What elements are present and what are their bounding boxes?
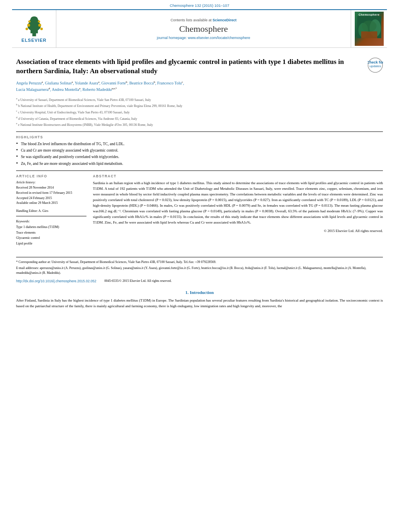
journal-cover-image: Chemosphere [355, 12, 384, 46]
introduction-section: 1. Introduction After Finland, Sardinia … [0, 290, 399, 309]
divider-2 [16, 170, 383, 171]
doi-link[interactable]: http://dx.doi.org/10.1016/j.chemosphere.… [16, 279, 96, 284]
journal-cover-area: Chemosphere [351, 10, 387, 47]
keywords-label: Keywords: [16, 220, 86, 223]
elsevier-logo-area: ELSEVIER [12, 10, 56, 47]
svg-text:Check for: Check for [368, 60, 383, 64]
svg-point-4 [30, 16, 37, 23]
sciencedirect-link[interactable]: ScienceDirect [213, 18, 237, 22]
svg-point-10 [38, 21, 40, 23]
journal-header-center: Contents lists available at ScienceDirec… [56, 10, 351, 47]
page: Chemosphere 132 (2015) 101–107 [0, 0, 399, 532]
abstract-heading: ABSTRACT [93, 174, 383, 178]
svg-rect-14 [361, 31, 377, 38]
highlights-heading: HIGHLIGHTS [16, 135, 383, 139]
keyword-item: Trace elements [16, 230, 86, 236]
journal-homepage: journal homepage: www.elsevier.com/locat… [157, 36, 250, 40]
svg-text:updates: updates [370, 64, 381, 68]
date-received: Received 28 November 2014 [16, 185, 86, 191]
issn-text: 0045-6535/© 2015 Elsevier Ltd. All right… [104, 279, 171, 284]
footer-links: http://dx.doi.org/10.1016/j.chemosphere.… [16, 279, 383, 284]
date-available: Available online 29 March 2015 [16, 201, 86, 206]
footer-note: * Corresponding author at: University of… [16, 257, 383, 284]
article-info-col: ARTICLE INFO Article history: Received 2… [16, 174, 86, 246]
email-addresses: E-mail addresses: aperuzzu@uniss.it (A. … [16, 266, 383, 275]
abstract-copyright: © 2015 Elsevier Ltd. All rights reserved… [93, 229, 383, 233]
highlight-item: Zn, Fe, and Se are more strongly associa… [16, 161, 383, 166]
keywords-section: Keywords: Type 1 diabetes mellitus (T1DM… [16, 220, 86, 246]
crossmark-badge[interactable]: Check for updates [368, 58, 383, 74]
divider-keywords [16, 216, 86, 216]
cover-journal-title: Chemosphere [358, 13, 379, 16]
elsevier-tree-icon [20, 15, 48, 37]
intro-heading: 1. Introduction [16, 290, 383, 295]
corresponding-note: * Corresponding author at: University of… [16, 260, 383, 265]
highlight-item: Cu and Cr are more strongly associated w… [16, 148, 383, 153]
top-citation: Chemosphere 132 (2015) 101–107 [0, 0, 399, 9]
info-abstract-section: ARTICLE INFO Article history: Received 2… [16, 174, 383, 246]
date-revised: Received in revised form 17 February 201… [16, 191, 86, 196]
history-label: Article history: [16, 181, 86, 184]
intro-text: After Finland, Sardinia in Italy has the… [16, 298, 383, 309]
highlights-list: The blood Zn level influences the distri… [16, 142, 383, 166]
svg-point-6 [38, 24, 41, 27]
elsevier-logo: ELSEVIER [20, 15, 48, 43]
title-area: Association of trace elements with lipid… [16, 58, 383, 76]
divider-1 [16, 131, 383, 132]
sciencedirect-line: Contents lists available at ScienceDirec… [171, 18, 237, 22]
keyword-item: Type 1 diabetes mellitus (T1DM) [16, 224, 86, 230]
handling-editor: Handling Editor: A. Gies [16, 209, 86, 213]
abstract-text: Sardinia is an Italian region with a hig… [93, 181, 383, 226]
svg-point-5 [27, 24, 30, 27]
abstract-col: ABSTRACT Sardinia is an Italian region w… [93, 174, 383, 246]
affiliations: a a University of Sassari, Department of… [16, 97, 383, 127]
crossmark-icon: Check for updates [368, 58, 383, 73]
authors-line: Angela Peruzzua, Giuliana Solinasa, Yola… [16, 80, 383, 93]
date-accepted: Accepted 24 February 2015 [16, 196, 86, 201]
keyword-item: Lipid profile [16, 241, 86, 246]
keyword-item: Glycaemic control [16, 235, 86, 241]
article-info-heading: ARTICLE INFO [16, 174, 86, 178]
svg-point-9 [28, 21, 31, 23]
cover-image-icon [357, 16, 381, 38]
journal-header: ELSEVIER Contents lists available at Sci… [12, 9, 387, 48]
highlight-item: Se was significantly and positively corr… [16, 154, 383, 160]
journal-title: Chemosphere [179, 24, 228, 34]
article-title: Association of trace elements with lipid… [16, 58, 383, 76]
svg-point-8 [40, 28, 43, 30]
svg-point-15 [362, 21, 376, 32]
highlight-item: The blood Zn level influences the distri… [16, 142, 383, 147]
article-content: Association of trace elements with lipid… [0, 48, 399, 251]
article-history: Article history: Received 28 November 20… [16, 181, 86, 206]
elsevier-text: ELSEVIER [21, 38, 46, 43]
svg-point-7 [25, 28, 28, 30]
